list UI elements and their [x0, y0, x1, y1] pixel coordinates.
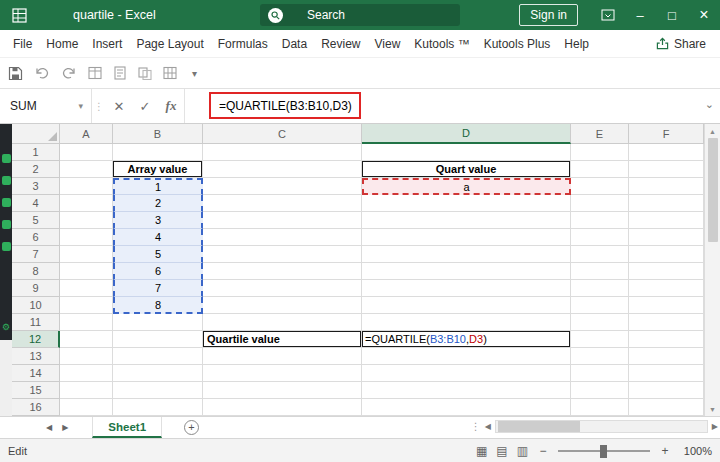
cell-C8[interactable] [203, 263, 362, 280]
enter-button[interactable]: ✓ [132, 89, 158, 123]
cell-D12[interactable]: =QUARTILE(B3:B10,D3) [362, 331, 571, 348]
save-icon[interactable] [8, 66, 23, 81]
close-button[interactable]: × [688, 0, 720, 30]
cell-F8[interactable] [629, 263, 704, 280]
cell-B2[interactable]: Array value [113, 161, 203, 178]
kutools-pane-icon-3[interactable] [2, 198, 11, 207]
cell-F16[interactable] [629, 399, 704, 416]
cell-D2[interactable]: Quart value [362, 161, 571, 178]
cell-C1[interactable] [203, 144, 362, 161]
column-header-D[interactable]: D [362, 124, 571, 144]
menu-tab-page-layout[interactable]: Page Layout [129, 30, 210, 57]
cell-B11[interactable] [113, 314, 203, 331]
cell-C14[interactable] [203, 365, 362, 382]
menu-tab-kutools[interactable]: Kutools ™ [407, 30, 476, 57]
cell-A9[interactable] [60, 280, 113, 297]
row-header-13[interactable]: 13 [12, 348, 60, 365]
select-all-corner[interactable] [12, 124, 60, 144]
vertical-scrollbar-thumb[interactable] [708, 138, 718, 242]
scroll-down-icon[interactable]: ▼ [705, 402, 720, 416]
sheet-tab-sheet1[interactable]: Sheet1 [92, 417, 162, 438]
next-sheet-icon[interactable]: ▶ [62, 423, 68, 432]
kutools-settings-gear-icon[interactable]: ⚙ [2, 322, 10, 332]
normal-view-icon[interactable]: ▦ [476, 444, 487, 458]
row-header-9[interactable]: 9 [12, 280, 60, 297]
zoom-slider[interactable] [558, 450, 650, 452]
cell-F10[interactable] [629, 297, 704, 314]
cell-F1[interactable] [629, 144, 704, 161]
scroll-up-icon[interactable]: ▲ [705, 124, 720, 138]
menu-tab-file[interactable]: File [6, 30, 39, 57]
customize-toolbar-icon[interactable]: ▾ [192, 68, 197, 79]
add-sheet-button[interactable]: + [184, 420, 199, 435]
row-header-15[interactable]: 15 [12, 382, 60, 399]
cell-E15[interactable] [571, 382, 629, 399]
cell-D11[interactable] [362, 314, 571, 331]
cell-A16[interactable] [60, 399, 113, 416]
undo-icon[interactable] [34, 66, 50, 80]
kutools-pane-icon-1[interactable] [2, 154, 11, 163]
cell-B12[interactable] [113, 331, 203, 348]
cell-B10[interactable]: 8 [113, 297, 203, 314]
menu-tab-data[interactable]: Data [275, 30, 314, 57]
cell-E11[interactable] [571, 314, 629, 331]
search-box[interactable]: Search [260, 4, 460, 26]
cell-A12[interactable] [60, 331, 113, 348]
cell-A14[interactable] [60, 365, 113, 382]
cell-C9[interactable] [203, 280, 362, 297]
cell-A6[interactable] [60, 229, 113, 246]
cell-F4[interactable] [629, 195, 704, 212]
cell-A7[interactable] [60, 246, 113, 263]
page-break-view-icon[interactable]: ▥ [517, 444, 528, 458]
cell-F3[interactable] [629, 178, 704, 195]
cell-D6[interactable] [362, 229, 571, 246]
cell-A5[interactable] [60, 212, 113, 229]
cell-E3[interactable] [571, 178, 629, 195]
kutools-pane-icon-5[interactable] [2, 242, 11, 251]
menu-tab-home[interactable]: Home [39, 30, 85, 57]
cell-E7[interactable] [571, 246, 629, 263]
cell-B5[interactable]: 3 [113, 212, 203, 229]
cell-A1[interactable] [60, 144, 113, 161]
row-header-3[interactable]: 3 [12, 178, 60, 195]
vertical-scrollbar[interactable]: ▲ ▼ [704, 124, 720, 416]
cell-C16[interactable] [203, 399, 362, 416]
row-header-5[interactable]: 5 [12, 212, 60, 229]
cell-B1[interactable] [113, 144, 203, 161]
cell-E1[interactable] [571, 144, 629, 161]
formula-bar-resize-handle[interactable]: ⋮ [92, 89, 106, 123]
sign-in-button[interactable]: Sign in [519, 4, 578, 26]
column-header-B[interactable]: B [113, 124, 203, 144]
row-header-2[interactable]: 2 [12, 161, 60, 178]
row-header-1[interactable]: 1 [12, 144, 60, 161]
ribbon-display-options-icon[interactable] [592, 0, 624, 30]
name-box-dropdown-icon[interactable]: ▾ [78, 101, 91, 111]
kutools-pane-icon-2[interactable] [2, 176, 11, 185]
minimize-button[interactable]: – [624, 0, 656, 30]
cell-F5[interactable] [629, 212, 704, 229]
cell-E2[interactable] [571, 161, 629, 178]
cell-D14[interactable] [362, 365, 571, 382]
restore-button[interactable]: □ [656, 0, 688, 30]
cell-E4[interactable] [571, 195, 629, 212]
cell-B6[interactable]: 4 [113, 229, 203, 246]
cell-E9[interactable] [571, 280, 629, 297]
cell-F12[interactable] [629, 331, 704, 348]
cell-E6[interactable] [571, 229, 629, 246]
cell-A11[interactable] [60, 314, 113, 331]
row-header-8[interactable]: 8 [12, 263, 60, 280]
cell-C4[interactable] [203, 195, 362, 212]
row-header-6[interactable]: 6 [12, 229, 60, 246]
cell-A8[interactable] [60, 263, 113, 280]
cell-D7[interactable] [362, 246, 571, 263]
cell-F7[interactable] [629, 246, 704, 263]
column-header-C[interactable]: C [203, 124, 362, 144]
cell-D8[interactable] [362, 263, 571, 280]
kutools-merge-icon[interactable] [138, 66, 152, 80]
column-header-A[interactable]: A [60, 124, 113, 144]
cell-E16[interactable] [571, 399, 629, 416]
name-box[interactable]: SUM ▾ [0, 89, 92, 123]
cell-C13[interactable] [203, 348, 362, 365]
cell-A15[interactable] [60, 382, 113, 399]
cell-C3[interactable] [203, 178, 362, 195]
